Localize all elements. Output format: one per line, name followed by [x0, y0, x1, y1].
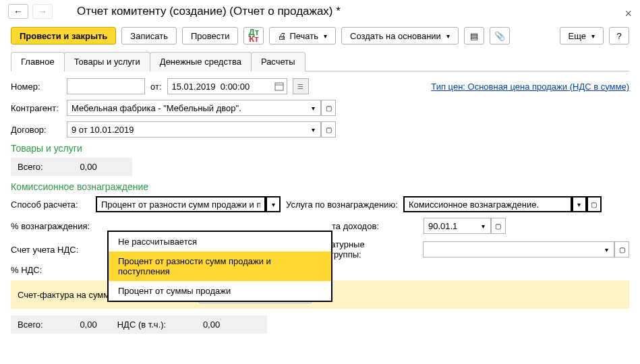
calc-method-dropdown-button[interactable]: ▾ [266, 196, 281, 212]
footer-total-value: 0,00 [63, 320, 97, 330]
dd-option-diff-percent[interactable]: Процент от разности сумм продажи и посту… [109, 251, 331, 281]
goods-total-value: 0,00 [63, 162, 97, 172]
calc-method-input[interactable] [96, 196, 266, 212]
date-input[interactable] [167, 78, 272, 94]
service-label: Услуга по вознаграждению: [286, 200, 398, 210]
tab-cash[interactable]: Денежные средства [150, 52, 252, 71]
commission-pct-label: % вознаграждения: [11, 221, 98, 231]
footer-total-label: Всего: [18, 320, 43, 330]
tab-goods[interactable]: Товары и услуги [64, 52, 150, 71]
dt-kt-button[interactable]: ДтКт [243, 27, 264, 44]
save-button[interactable]: Записать [121, 27, 177, 44]
nomen-group-label: атурные группы: [330, 239, 397, 260]
income-account-input[interactable] [424, 218, 476, 234]
window-title: Отчет комитенту (создание) (Отчет о прод… [77, 5, 341, 18]
contragent-open-button[interactable]: ▢ [321, 100, 336, 116]
contragent-dropdown-button[interactable]: ▾ [306, 100, 321, 116]
calc-method-label: Способ расчета: [11, 200, 90, 210]
service-open-button[interactable]: ▢ [587, 196, 602, 212]
price-type-link[interactable]: Тип цен: Основная цена продажи (НДС в су… [431, 82, 629, 92]
from-label: от: [150, 82, 162, 92]
dd-option-sale-percent[interactable]: Процент от суммы продажи [109, 281, 331, 301]
nomen-group-input[interactable] [423, 241, 600, 257]
more-button[interactable]: Еще [560, 27, 604, 44]
structure-button[interactable]: ▤ [464, 27, 484, 44]
commission-section-header: Комиссионное вознаграждение [11, 181, 629, 192]
create-based-on-button[interactable]: Создать на основании [341, 27, 459, 44]
contract-dropdown-button[interactable]: ▾ [306, 121, 321, 138]
dd-option-none[interactable]: Не рассчитывается [109, 232, 331, 251]
contract-open-button[interactable]: ▢ [321, 121, 336, 138]
nomen-dropdown-button[interactable]: ▾ [600, 241, 614, 257]
close-icon[interactable]: × [624, 7, 632, 21]
income-open-button[interactable]: ▢ [491, 218, 506, 234]
print-button[interactable]: 🖨 Печать [269, 27, 336, 44]
calendar-button[interactable] [272, 78, 287, 94]
service-dropdown-button[interactable]: ▾ [572, 196, 587, 212]
service-input[interactable] [403, 196, 572, 212]
help-button[interactable]: ? [609, 27, 629, 44]
goods-total-label: Всего: [18, 162, 43, 172]
nav-back-button[interactable]: ← [8, 4, 28, 19]
calendar-icon [274, 82, 284, 91]
contragent-label: Контрагент: [11, 103, 61, 113]
printer-icon: 🖨 [278, 31, 287, 41]
tab-calcs[interactable]: Расчеты [251, 52, 306, 71]
list-button[interactable]: ☰ [293, 78, 309, 94]
footer-vat-value: 0,00 [186, 320, 220, 330]
nav-forward-button[interactable]: → [32, 4, 53, 19]
attach-button[interactable]: 📎 [490, 27, 510, 44]
number-input[interactable] [67, 78, 145, 94]
nomen-open-button[interactable]: ▢ [614, 241, 629, 257]
svg-rect-0 [275, 83, 283, 90]
number-label: Номер: [11, 82, 61, 92]
vat-pct-label: % НДС: [11, 265, 98, 275]
calc-method-dropdown-panel: Не рассчитывается Процент от разности су… [107, 231, 332, 302]
contract-input[interactable] [67, 121, 306, 138]
contragent-input[interactable] [67, 100, 306, 116]
tab-main[interactable]: Главное [11, 52, 65, 71]
paperclip-icon: 📎 [494, 31, 505, 41]
vat-account-label: Счет учета НДС: [11, 245, 98, 255]
tabs: Главное Товары и услуги Денежные средств… [11, 51, 629, 71]
income-dropdown-button[interactable]: ▾ [476, 218, 491, 234]
post-and-close-button[interactable]: Провести и закрыть [11, 27, 116, 44]
post-button[interactable]: Провести [182, 27, 239, 44]
footer-vat-label: НДС (в т.ч.): [117, 320, 167, 330]
income-account-label: та доходов: [332, 221, 379, 231]
goods-section-header: Товары и услуги [11, 143, 629, 154]
contract-label: Договор: [11, 125, 61, 135]
